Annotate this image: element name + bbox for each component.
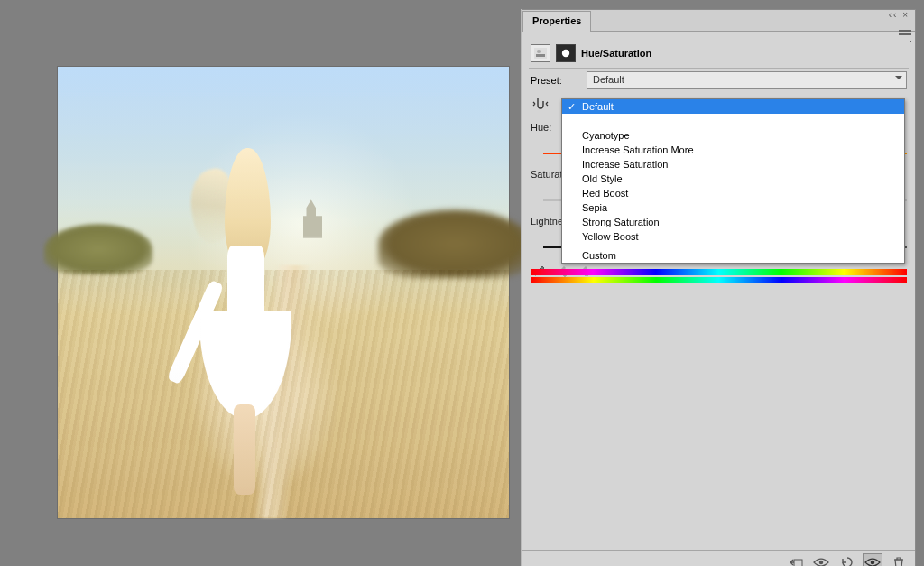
- svg-rect-1: [536, 54, 545, 57]
- svg-point-6: [871, 561, 875, 565]
- workspace: ‹‹ × Properties Hue/Saturation Preset: D…: [0, 0, 924, 566]
- reset-icon[interactable]: [837, 554, 855, 566]
- svg-point-3: [562, 50, 569, 57]
- preset-dropdown[interactable]: Default: [587, 71, 907, 89]
- hue-label: Hue:: [531, 122, 551, 133]
- visibility-icon[interactable]: [812, 554, 830, 566]
- delete-icon[interactable]: [890, 554, 908, 566]
- preset-dropdown-list[interactable]: DefaultCyanotypeIncrease Saturation More…: [561, 98, 905, 264]
- preset-option[interactable]: Yellow Boost: [562, 229, 904, 244]
- adjustment-title: Hue/Saturation: [581, 48, 651, 59]
- preset-label: Preset:: [531, 75, 581, 86]
- preset-option[interactable]: Custom: [562, 248, 904, 263]
- preset-option[interactable]: Increase Saturation: [562, 157, 904, 172]
- adjustment-thumb-icon: [531, 44, 550, 62]
- preset-option[interactable]: Red Boost: [562, 186, 904, 200]
- panel-footer: [522, 550, 915, 566]
- properties-panel: ‹‹ × Properties Hue/Saturation Preset: D…: [522, 9, 916, 566]
- svg-rect-4: [794, 560, 802, 566]
- tab-properties[interactable]: Properties: [522, 11, 591, 32]
- svg-point-5: [819, 561, 824, 565]
- preset-option[interactable]: Sepia: [562, 200, 904, 215]
- clip-to-layer-icon[interactable]: [787, 554, 805, 566]
- panel-tabbar: Properties: [522, 10, 915, 32]
- preset-option[interactable]: Increase Saturation More: [562, 143, 904, 157]
- preset-option[interactable]: Old Style: [562, 172, 904, 186]
- targeted-adjust-icon[interactable]: [531, 94, 550, 114]
- document-canvas[interactable]: [58, 67, 509, 518]
- view-previous-icon[interactable]: [863, 553, 882, 566]
- color-spectrum: [531, 269, 907, 283]
- preset-option[interactable]: Default: [562, 99, 904, 114]
- preset-option[interactable]: Strong Saturation: [562, 215, 904, 229]
- photo-image: [58, 67, 509, 518]
- panel-window-controls[interactable]: ‹‹ ×: [889, 10, 910, 20]
- svg-point-2: [537, 50, 541, 53]
- svg-rect-0: [534, 48, 547, 59]
- preset-option[interactable]: Cyanotype: [562, 128, 904, 143]
- panel-body: Hue/Saturation Preset: Default Hue: Satu…: [527, 39, 910, 549]
- layer-mask-icon: [556, 44, 576, 62]
